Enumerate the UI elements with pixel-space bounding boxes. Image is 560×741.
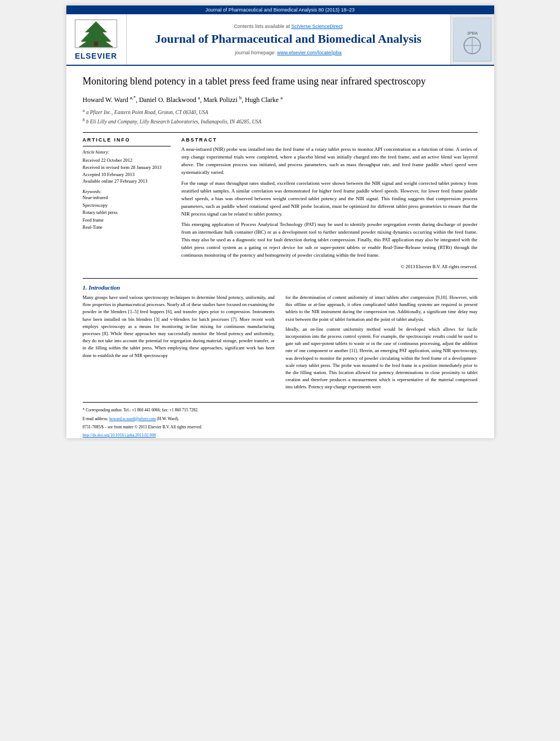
keyword-4: Feed frame xyxy=(83,217,171,224)
article-history-block: Article history: Received 22 October 201… xyxy=(83,146,171,185)
keyword-1: Near-infrared xyxy=(83,194,171,202)
body-right-column: for the determination of content uniform… xyxy=(286,294,478,393)
abstract-column: ABSTRACT A near-infrared (NIR) probe was… xyxy=(182,137,478,269)
journal-url-link[interactable]: www.elsevier.com/locate/jpba xyxy=(277,50,342,55)
journal-image-placeholder: JPBA xyxy=(453,18,491,61)
footnote-email-label: E-mail address: xyxy=(83,416,110,421)
journal-citation: Journal of Pharmaceutical and Biomedical… xyxy=(205,7,354,13)
journal-title-area: Contents lists available at SciVerse Sci… xyxy=(127,14,450,65)
journal-name: Journal of Pharmaceutical and Biomedical… xyxy=(155,31,422,47)
page: Journal of Pharmaceutical and Biomedical… xyxy=(66,5,494,438)
svg-text:JPBA: JPBA xyxy=(467,31,478,36)
body-left-p1: Many groups have used various spectrosco… xyxy=(83,294,275,359)
abstract-p2: For the range of mass throughput rates s… xyxy=(182,180,478,218)
elsevier-logo-area: ELSEVIER xyxy=(66,14,127,65)
journal-header: ELSEVIER Contents lists available at Sci… xyxy=(66,14,494,66)
abstract-p3: This emerging application of Process Ana… xyxy=(182,221,478,259)
info-abstract-section: ARTICLE INFO Article history: Received 2… xyxy=(83,137,478,269)
abstract-p1: A near-infrared (NIR) probe was installe… xyxy=(182,146,478,177)
elsevier-logo-image xyxy=(74,19,118,52)
affiliation-b: b b Eli Lilly and Company, Lilly Researc… xyxy=(83,117,478,126)
body-content: 1. Introduction Many groups have used va… xyxy=(66,279,494,402)
keywords-label: Keywords: xyxy=(83,189,171,194)
article-title: Monitoring blend potency in a tablet pre… xyxy=(83,75,478,88)
svg-rect-2 xyxy=(94,42,98,46)
article-info-column: ARTICLE INFO Article history: Received 2… xyxy=(83,137,171,269)
journal-right-image: JPBA xyxy=(450,14,494,65)
history-label: Article history: xyxy=(83,150,171,155)
body-right-p2: Ideally, an on-line content uniformity m… xyxy=(286,326,478,391)
article-content: Monitoring blend potency in a tablet pre… xyxy=(66,66,494,278)
header-divider xyxy=(83,132,478,133)
elsevier-label: ELSEVIER xyxy=(75,52,117,60)
body-left-text: Many groups have used various spectrosco… xyxy=(83,294,275,359)
received-revised-date: Received in revised form 28 January 2013 xyxy=(83,164,171,171)
available-date: Available online 27 February 2013 xyxy=(83,178,171,185)
journal-url: journal homepage: www.elsevier.com/locat… xyxy=(235,50,342,55)
journal-cover-svg: JPBA xyxy=(454,18,491,61)
footnote-section: * Corresponding author. Tel.: +1 860 441… xyxy=(83,402,478,438)
elsevier-tree-svg xyxy=(74,19,118,49)
affiliations: a a Pfizer Inc., Eastern Point Road, Gro… xyxy=(83,108,478,126)
footnote-email-link[interactable]: howard.w.ward@pfizer.com xyxy=(109,416,156,421)
keywords-list: Near-infrared Spectroscopy Rotary tablet… xyxy=(83,194,171,231)
sciverse-link: Contents lists available at SciVerse Sci… xyxy=(234,24,342,29)
footnote-doi-link[interactable]: http://dx.doi.org/10.1016/j.jpba.2013.02… xyxy=(83,433,156,438)
keyword-3: Rotary tablet press xyxy=(83,209,171,217)
body-right-text: for the determination of content uniform… xyxy=(286,294,478,391)
body-right-p1: for the determination of content uniform… xyxy=(286,294,478,323)
abstract-heading: ABSTRACT xyxy=(182,137,478,143)
section1-title: 1. Introduction xyxy=(83,284,478,291)
abstract-text: A near-infrared (NIR) probe was installe… xyxy=(182,146,478,259)
authors-text: Howard W. Ward a,*, Daniel O. Blackwood … xyxy=(83,96,283,104)
journal-top-bar: Journal of Pharmaceutical and Biomedical… xyxy=(66,5,494,14)
footnote-license: 0731-7085/$ – see front matter © 2013 El… xyxy=(83,424,478,430)
copyright-text: © 2013 Elsevier B.V. All rights reserved… xyxy=(182,264,478,269)
keyword-5: Real-Time xyxy=(83,224,171,231)
sciverse-text: Contents lists available at xyxy=(234,24,291,29)
article-info-heading: ARTICLE INFO xyxy=(83,137,171,143)
authors-line: Howard W. Ward a,*, Daniel O. Blackwood … xyxy=(83,95,478,104)
keywords-block: Keywords: Near-infrared Spectroscopy Rot… xyxy=(83,189,171,231)
footnote-doi: http://dx.doi.org/10.1016/j.jpba.2013.02… xyxy=(83,432,478,438)
footnote-email: E-mail address: howard.w.ward@pfizer.com… xyxy=(83,416,478,422)
accepted-date: Accepted 10 February 2013 xyxy=(83,171,171,178)
body-left-column: Many groups have used various spectrosco… xyxy=(83,294,275,393)
footnote-corresponding: * Corresponding author. Tel.: +1 860 441… xyxy=(83,407,478,413)
footnote-email-suffix: (H.W. Ward). xyxy=(157,416,179,421)
sciverse-anchor[interactable]: SciVerse ScienceDirect xyxy=(291,24,343,29)
journal-url-label: journal homepage: xyxy=(235,50,277,55)
received-date: Received 22 October 2012 xyxy=(83,157,171,164)
affiliation-a: a a Pfizer Inc., Eastern Point Road, Gro… xyxy=(83,108,478,116)
keyword-2: Spectroscopy xyxy=(83,202,171,210)
body-two-col: Many groups have used various spectrosco… xyxy=(83,294,478,393)
